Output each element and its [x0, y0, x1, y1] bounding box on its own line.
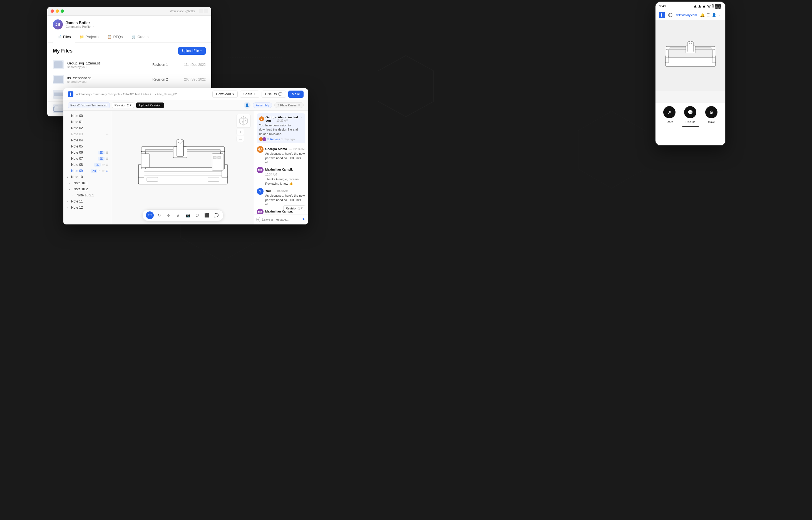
edit-icon: ✏ [106, 133, 108, 136]
minimize-icon[interactable] [56, 9, 59, 13]
workspace-label: Workspace: @botler [170, 10, 195, 13]
eye-icon[interactable]: 👁 [102, 170, 104, 173]
note-item[interactable]: Note 07 2D ⊕ [64, 156, 112, 162]
svg-rect-15 [212, 154, 223, 170]
file-name-pill: Evo v2 / some-file-name.stl [68, 103, 110, 108]
select-tool-button[interactable]: ⬚ [146, 211, 154, 219]
collapse-icon[interactable]: ⌃ [300, 117, 303, 121]
download-button[interactable]: Download ▾ [213, 90, 238, 98]
svg-text:R: R [245, 120, 246, 122]
mobile-discuss-action[interactable]: 💬 Discuss [684, 106, 696, 124]
svg-text:T: T [242, 118, 244, 120]
svg-text:F: F [242, 121, 244, 123]
mobile-share-action[interactable]: ↗ Share [663, 106, 675, 124]
message-input[interactable] [262, 218, 300, 221]
upload-file-button[interactable]: Upload File + [178, 47, 206, 55]
viewport-bottom-toolbar: ⬚ ↻ ✛ # 📷 ⬡ ⬛ 💬 [142, 209, 223, 221]
cube-tool-button[interactable]: ⬡ [193, 211, 201, 219]
note-subitem[interactable]: › Note 10.1 [64, 180, 112, 186]
globe-icon[interactable] [667, 12, 673, 18]
file-thumbnail [53, 60, 64, 69]
add-attachment-button[interactable]: + [256, 217, 260, 222]
menu-icon[interactable]: ☰ [706, 13, 710, 17]
viewer-body: Note 00 Note 01 Note 02 Note 03 ✏ Note 0… [64, 110, 308, 225]
make-button[interactable]: Make [288, 90, 303, 98]
replies-link[interactable]: 3 Replies 1 day ago [259, 137, 303, 141]
profile-sub: Community Profile → [66, 25, 95, 28]
close-icon[interactable] [51, 9, 54, 13]
send-message-button[interactable]: ➤ [302, 217, 306, 222]
mobile-make-action[interactable]: ⚙ Make [705, 106, 717, 124]
message-content: You — 10:30 AM As discussed, here's the … [265, 188, 305, 206]
svg-point-42 [689, 41, 692, 44]
discuss-circle: 💬 [684, 106, 696, 118]
my-files-title: My Files [53, 48, 73, 54]
mobile-navbar: wikifactory.com 🔔 ☰ 👤 ← [656, 10, 725, 20]
note-item[interactable]: › Note 11 [64, 198, 112, 204]
user-icon[interactable]: 👤 [712, 13, 716, 17]
eye-icon[interactable]: 👁 [102, 163, 104, 166]
revision-badge: Revision 1 ▾ [283, 205, 305, 211]
note-item[interactable]: › Note 12 [64, 204, 112, 211]
view-cube[interactable]: T F R [237, 114, 250, 128]
zoom-control[interactable]: + [237, 129, 244, 135]
note-item[interactable]: Note 08 2D 👁 ⊕ [64, 162, 112, 168]
discuss-label: Discuss [686, 121, 695, 124]
rotate-tool-button[interactable]: ↻ [155, 211, 163, 219]
back-icon[interactable]: ← [718, 13, 722, 17]
note-item[interactable]: Note 00 [64, 113, 112, 119]
viewport-area: T F R + — ⬚ ↻ ✛ # 📷 ⬡ ⬛ 💬 [112, 110, 254, 225]
bell-icon[interactable]: 🔔 [700, 13, 705, 17]
camera-tool-button[interactable]: 📷 [184, 211, 192, 219]
notification-number: 2 [259, 116, 264, 121]
viewport-controls: T F R + — [237, 114, 250, 142]
file-row[interactable]: ifs_elephant.stl shared by you Revision … [47, 72, 211, 87]
file-row[interactable]: Group.svg_12mm.stl shared by you Revisio… [47, 57, 211, 72]
close-icon[interactable]: ✕ [298, 103, 300, 107]
revision-select[interactable]: Revision 2 ▾ [112, 102, 134, 108]
window-titlebar: Workspace: @botler [47, 7, 211, 16]
zoom-control[interactable]: — [237, 136, 244, 142]
chat-icon: 💬 [278, 92, 282, 96]
tab-orders[interactable]: 🛒Orders [127, 32, 153, 42]
expand-arrows-icon[interactable]: ⤡ [98, 170, 101, 173]
message-content: Georgio Alemo — 10:30 AM As discussed, h… [265, 146, 305, 164]
avatar: JB [53, 20, 63, 29]
note-item[interactable]: Note 04 [64, 137, 112, 143]
tab-files[interactable]: 📄Files [53, 32, 75, 42]
note-item-expanded[interactable]: ▾ Note 10 [64, 174, 112, 180]
maximize-icon[interactable] [60, 9, 64, 13]
tab-rfqs[interactable]: 📋RFQs [103, 32, 127, 42]
note-item[interactable]: Note 06 2D ⊕ [64, 150, 112, 156]
file-name: ifs_elephant.stl [67, 76, 149, 80]
2d-tag: 2D [91, 169, 97, 173]
grid-tool-button[interactable]: # [174, 211, 182, 219]
move-tool-button[interactable]: ✛ [165, 211, 173, 219]
mobile-action-area: ↗ Share 💬 Discuss ⚙ Make [656, 103, 725, 130]
discuss-button[interactable]: Discuss 💬 [262, 90, 286, 98]
tag-assembly[interactable]: Assembly [253, 103, 272, 108]
add-icon[interactable]: ⊕ [106, 163, 108, 167]
2d-tag: 2D [98, 151, 104, 154]
note-item[interactable]: Note 02 [64, 125, 112, 131]
tag-knees[interactable]: Z Plate Knees ✕ [274, 102, 303, 108]
add-icon[interactable]: ⊕ [106, 157, 108, 160]
note-sub-subitem[interactable]: › Note 10.2.1 [64, 192, 112, 198]
upload-revision-button[interactable]: Upload Revision [136, 103, 164, 108]
split-tool-button[interactable]: ⬛ [203, 211, 211, 219]
add-icon[interactable]: ⊕ [106, 151, 108, 154]
svg-rect-16 [214, 156, 216, 159]
comment-tool-button[interactable]: 💬 [212, 211, 220, 219]
url-bar[interactable]: wikifactory.com [675, 13, 698, 17]
note-item[interactable]: Note 05 [64, 143, 112, 150]
viewer-toolbar: Evo v2 / some-file-name.stl Revision 2 ▾… [64, 100, 308, 110]
mobile-time: 9:41 [659, 4, 666, 8]
add-icon[interactable]: ⊕ [106, 169, 108, 173]
share-button[interactable]: Share + [240, 90, 260, 98]
note-item-disabled: Note 03 ✏ [64, 131, 112, 137]
note-item[interactable]: Note 09 2D ⤡ 👁 ⊕ [64, 168, 112, 174]
note-subitem-expanded[interactable]: ▾ Note 10.2 [64, 186, 112, 192]
mobile-app-logo [659, 12, 665, 18]
note-item[interactable]: Note 01 [64, 119, 112, 125]
tab-projects[interactable]: 📁Projects [75, 32, 103, 42]
